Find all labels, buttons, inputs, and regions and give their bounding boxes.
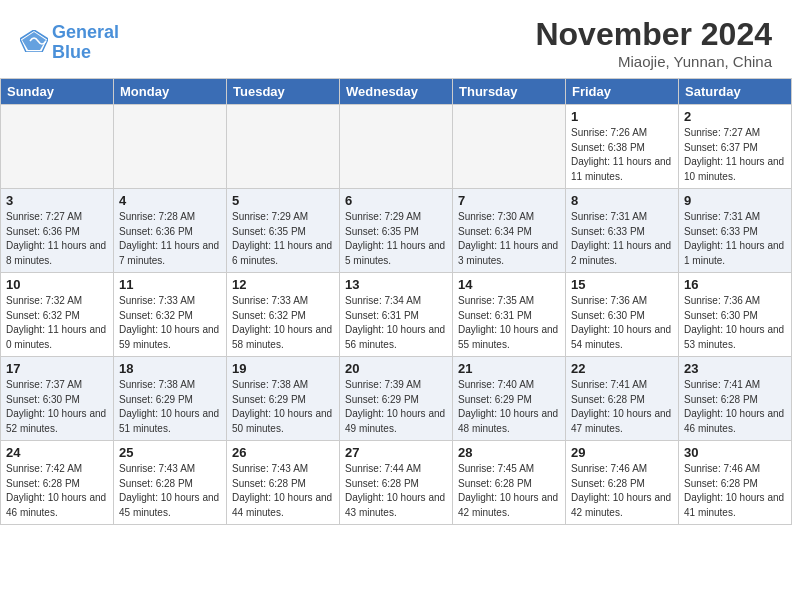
- day-number: 1: [571, 109, 673, 124]
- calendar-cell: [453, 105, 566, 189]
- weekday-header: Saturday: [679, 79, 792, 105]
- day-info: Sunrise: 7:29 AM Sunset: 6:35 PM Dayligh…: [345, 210, 447, 268]
- day-number: 17: [6, 361, 108, 376]
- day-number: 25: [119, 445, 221, 460]
- day-info: Sunrise: 7:43 AM Sunset: 6:28 PM Dayligh…: [232, 462, 334, 520]
- calendar-cell: 3Sunrise: 7:27 AM Sunset: 6:36 PM Daylig…: [1, 189, 114, 273]
- calendar-cell: 17Sunrise: 7:37 AM Sunset: 6:30 PM Dayli…: [1, 357, 114, 441]
- calendar-cell: 30Sunrise: 7:46 AM Sunset: 6:28 PM Dayli…: [679, 441, 792, 525]
- day-number: 5: [232, 193, 334, 208]
- calendar-cell: 21Sunrise: 7:40 AM Sunset: 6:29 PM Dayli…: [453, 357, 566, 441]
- day-number: 28: [458, 445, 560, 460]
- calendar-cell: [340, 105, 453, 189]
- calendar-cell: 12Sunrise: 7:33 AM Sunset: 6:32 PM Dayli…: [227, 273, 340, 357]
- calendar-cell: 1Sunrise: 7:26 AM Sunset: 6:38 PM Daylig…: [566, 105, 679, 189]
- calendar-week-row: 3Sunrise: 7:27 AM Sunset: 6:36 PM Daylig…: [1, 189, 792, 273]
- day-info: Sunrise: 7:45 AM Sunset: 6:28 PM Dayligh…: [458, 462, 560, 520]
- day-number: 13: [345, 277, 447, 292]
- calendar-week-row: 24Sunrise: 7:42 AM Sunset: 6:28 PM Dayli…: [1, 441, 792, 525]
- day-number: 21: [458, 361, 560, 376]
- day-info: Sunrise: 7:32 AM Sunset: 6:32 PM Dayligh…: [6, 294, 108, 352]
- calendar-cell: 11Sunrise: 7:33 AM Sunset: 6:32 PM Dayli…: [114, 273, 227, 357]
- logo-line1: General: [52, 22, 119, 42]
- calendar-table: SundayMondayTuesdayWednesdayThursdayFrid…: [0, 78, 792, 525]
- day-number: 12: [232, 277, 334, 292]
- day-number: 23: [684, 361, 786, 376]
- day-info: Sunrise: 7:36 AM Sunset: 6:30 PM Dayligh…: [571, 294, 673, 352]
- calendar-cell: 7Sunrise: 7:30 AM Sunset: 6:34 PM Daylig…: [453, 189, 566, 273]
- day-number: 19: [232, 361, 334, 376]
- day-info: Sunrise: 7:35 AM Sunset: 6:31 PM Dayligh…: [458, 294, 560, 352]
- calendar-cell: 15Sunrise: 7:36 AM Sunset: 6:30 PM Dayli…: [566, 273, 679, 357]
- logo-icon: [20, 30, 48, 52]
- calendar-cell: 14Sunrise: 7:35 AM Sunset: 6:31 PM Dayli…: [453, 273, 566, 357]
- day-info: Sunrise: 7:29 AM Sunset: 6:35 PM Dayligh…: [232, 210, 334, 268]
- weekday-header: Wednesday: [340, 79, 453, 105]
- day-info: Sunrise: 7:27 AM Sunset: 6:37 PM Dayligh…: [684, 126, 786, 184]
- day-info: Sunrise: 7:34 AM Sunset: 6:31 PM Dayligh…: [345, 294, 447, 352]
- page-header: General Blue November 2024 Miaojie, Yunn…: [0, 0, 792, 78]
- calendar-cell: [1, 105, 114, 189]
- day-number: 4: [119, 193, 221, 208]
- day-info: Sunrise: 7:31 AM Sunset: 6:33 PM Dayligh…: [571, 210, 673, 268]
- calendar-cell: 22Sunrise: 7:41 AM Sunset: 6:28 PM Dayli…: [566, 357, 679, 441]
- weekday-header: Tuesday: [227, 79, 340, 105]
- day-info: Sunrise: 7:38 AM Sunset: 6:29 PM Dayligh…: [232, 378, 334, 436]
- calendar-cell: 25Sunrise: 7:43 AM Sunset: 6:28 PM Dayli…: [114, 441, 227, 525]
- calendar-cell: 23Sunrise: 7:41 AM Sunset: 6:28 PM Dayli…: [679, 357, 792, 441]
- calendar-cell: 19Sunrise: 7:38 AM Sunset: 6:29 PM Dayli…: [227, 357, 340, 441]
- calendar-week-row: 1Sunrise: 7:26 AM Sunset: 6:38 PM Daylig…: [1, 105, 792, 189]
- day-info: Sunrise: 7:42 AM Sunset: 6:28 PM Dayligh…: [6, 462, 108, 520]
- calendar-cell: 16Sunrise: 7:36 AM Sunset: 6:30 PM Dayli…: [679, 273, 792, 357]
- day-info: Sunrise: 7:30 AM Sunset: 6:34 PM Dayligh…: [458, 210, 560, 268]
- calendar-cell: 27Sunrise: 7:44 AM Sunset: 6:28 PM Dayli…: [340, 441, 453, 525]
- calendar-cell: 20Sunrise: 7:39 AM Sunset: 6:29 PM Dayli…: [340, 357, 453, 441]
- calendar-cell: [114, 105, 227, 189]
- day-number: 26: [232, 445, 334, 460]
- weekday-header: Sunday: [1, 79, 114, 105]
- day-number: 3: [6, 193, 108, 208]
- calendar-cell: 5Sunrise: 7:29 AM Sunset: 6:35 PM Daylig…: [227, 189, 340, 273]
- day-info: Sunrise: 7:33 AM Sunset: 6:32 PM Dayligh…: [232, 294, 334, 352]
- day-info: Sunrise: 7:37 AM Sunset: 6:30 PM Dayligh…: [6, 378, 108, 436]
- calendar-cell: 24Sunrise: 7:42 AM Sunset: 6:28 PM Dayli…: [1, 441, 114, 525]
- calendar-cell: [227, 105, 340, 189]
- day-info: Sunrise: 7:39 AM Sunset: 6:29 PM Dayligh…: [345, 378, 447, 436]
- month-title: November 2024: [535, 16, 772, 53]
- day-number: 18: [119, 361, 221, 376]
- calendar-cell: 9Sunrise: 7:31 AM Sunset: 6:33 PM Daylig…: [679, 189, 792, 273]
- day-info: Sunrise: 7:41 AM Sunset: 6:28 PM Dayligh…: [571, 378, 673, 436]
- day-info: Sunrise: 7:46 AM Sunset: 6:28 PM Dayligh…: [571, 462, 673, 520]
- day-info: Sunrise: 7:36 AM Sunset: 6:30 PM Dayligh…: [684, 294, 786, 352]
- day-number: 11: [119, 277, 221, 292]
- weekday-header: Friday: [566, 79, 679, 105]
- logo-text: General Blue: [52, 23, 119, 63]
- day-number: 29: [571, 445, 673, 460]
- logo: General Blue: [20, 23, 119, 63]
- day-info: Sunrise: 7:40 AM Sunset: 6:29 PM Dayligh…: [458, 378, 560, 436]
- day-info: Sunrise: 7:46 AM Sunset: 6:28 PM Dayligh…: [684, 462, 786, 520]
- weekday-header: Monday: [114, 79, 227, 105]
- day-info: Sunrise: 7:41 AM Sunset: 6:28 PM Dayligh…: [684, 378, 786, 436]
- day-number: 22: [571, 361, 673, 376]
- calendar-cell: 6Sunrise: 7:29 AM Sunset: 6:35 PM Daylig…: [340, 189, 453, 273]
- day-info: Sunrise: 7:43 AM Sunset: 6:28 PM Dayligh…: [119, 462, 221, 520]
- logo-line2: Blue: [52, 42, 91, 62]
- day-info: Sunrise: 7:28 AM Sunset: 6:36 PM Dayligh…: [119, 210, 221, 268]
- day-info: Sunrise: 7:27 AM Sunset: 6:36 PM Dayligh…: [6, 210, 108, 268]
- day-info: Sunrise: 7:33 AM Sunset: 6:32 PM Dayligh…: [119, 294, 221, 352]
- calendar-cell: 18Sunrise: 7:38 AM Sunset: 6:29 PM Dayli…: [114, 357, 227, 441]
- day-number: 27: [345, 445, 447, 460]
- calendar-cell: 26Sunrise: 7:43 AM Sunset: 6:28 PM Dayli…: [227, 441, 340, 525]
- calendar-week-row: 10Sunrise: 7:32 AM Sunset: 6:32 PM Dayli…: [1, 273, 792, 357]
- day-number: 10: [6, 277, 108, 292]
- day-number: 16: [684, 277, 786, 292]
- day-number: 8: [571, 193, 673, 208]
- day-number: 15: [571, 277, 673, 292]
- calendar-cell: 28Sunrise: 7:45 AM Sunset: 6:28 PM Dayli…: [453, 441, 566, 525]
- calendar-week-row: 17Sunrise: 7:37 AM Sunset: 6:30 PM Dayli…: [1, 357, 792, 441]
- day-number: 6: [345, 193, 447, 208]
- weekday-header: Thursday: [453, 79, 566, 105]
- day-number: 2: [684, 109, 786, 124]
- day-info: Sunrise: 7:44 AM Sunset: 6:28 PM Dayligh…: [345, 462, 447, 520]
